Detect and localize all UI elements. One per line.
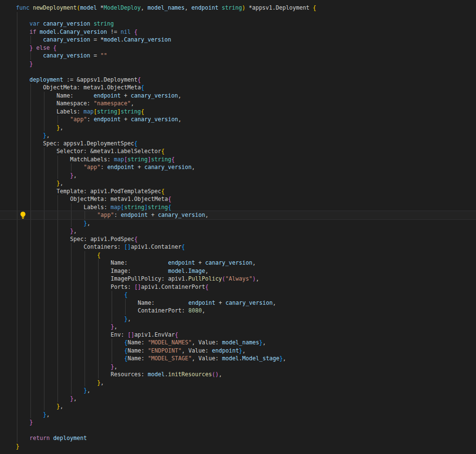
code-line[interactable]: if model.Canary_version != nil { xyxy=(0,28,476,36)
indent-guide xyxy=(44,323,44,331)
code-line[interactable]: }, xyxy=(0,219,476,227)
indent-guide xyxy=(44,124,44,132)
indent-guide xyxy=(17,347,17,355)
code-line[interactable]: var canary_version string xyxy=(0,20,476,28)
code-line[interactable]: Name: endpoint + canary_version, xyxy=(0,259,476,267)
code-line[interactable]: Template: apiv1.PodTemplateSpec{ xyxy=(0,187,476,196)
code-line[interactable]: } xyxy=(0,442,476,451)
code-token: , xyxy=(202,307,205,314)
indent-guide xyxy=(30,187,31,196)
code-line[interactable]: { xyxy=(0,251,476,259)
code-line[interactable]: }, xyxy=(0,379,476,387)
code-line[interactable]: Name: endpoint + canary_version, xyxy=(0,299,476,307)
indent-guide xyxy=(58,267,58,275)
code-token: model_names xyxy=(147,4,185,11)
code-line[interactable] xyxy=(0,426,476,435)
code-line[interactable]: }, xyxy=(0,363,476,371)
code-line[interactable]: } xyxy=(0,418,476,426)
code-line[interactable]: ObjectMeta: metav1.ObjectMeta{ xyxy=(0,195,476,203)
code-line[interactable]: Labels: map[string]string{ xyxy=(0,108,476,116)
code-line[interactable]: }, xyxy=(0,411,476,419)
indent-guide xyxy=(58,355,58,363)
code-line[interactable]: "app": endpoint + canary_version, xyxy=(0,115,476,124)
code-line[interactable]: { xyxy=(0,291,476,299)
code-line[interactable]: canary_version = *model.Canary_version xyxy=(0,36,476,44)
indent-guide xyxy=(71,203,72,212)
indent-guide xyxy=(17,402,17,411)
code-token: deployment xyxy=(53,435,87,441)
code-line[interactable]: }, xyxy=(0,171,476,180)
code-line[interactable]: Resources: model.initResources(), xyxy=(0,370,476,379)
code-line[interactable]: ImagePullPolicy: apiv1.PullPolicy("Alway… xyxy=(0,275,476,283)
code-line[interactable]: Labels: map[string]string{ xyxy=(0,203,476,212)
code-line[interactable]: Ports: []apiv1.ContainerPort{ xyxy=(0,283,476,291)
code-token: map xyxy=(114,156,124,163)
code-line[interactable]: Spec: apiv1.PodSpec{ xyxy=(0,235,476,243)
code-line[interactable]: }, xyxy=(0,131,476,140)
code-line[interactable]: }, xyxy=(0,395,476,403)
code-line[interactable]: } else { xyxy=(0,44,476,52)
code-line[interactable]: }, xyxy=(0,227,476,235)
indent-guide xyxy=(17,363,17,371)
code-line[interactable]: canary_version = "" xyxy=(0,52,476,60)
code-line[interactable]: MatchLabels: map[string]string{ xyxy=(0,156,476,164)
indent-guide xyxy=(58,115,58,124)
code-token: , xyxy=(46,411,50,418)
code-line[interactable]: {Name: "MODEL_NAMES", Value: model_names… xyxy=(0,339,476,347)
code-line[interactable]: Selector: &metav1.LabelSelector{ xyxy=(0,147,476,156)
indent-guide xyxy=(85,315,85,323)
indent-guide xyxy=(30,307,31,315)
indent-guide xyxy=(17,171,17,180)
indent-guide xyxy=(44,115,44,124)
code-token: "Always" xyxy=(225,275,252,282)
code-token: Ports: xyxy=(111,284,134,290)
indent-guide xyxy=(71,163,72,171)
code-line[interactable]: Image: model.Image, xyxy=(0,267,476,275)
code-token xyxy=(50,44,53,51)
code-line[interactable]: }, xyxy=(0,323,476,331)
indent-guide xyxy=(125,307,126,315)
code-line[interactable]: }, xyxy=(0,179,476,187)
indent-guide xyxy=(17,179,17,187)
code-line[interactable] xyxy=(0,68,476,76)
code-token: string xyxy=(148,204,168,211)
code-line[interactable]: }, xyxy=(0,386,476,395)
indent-guide xyxy=(71,243,72,251)
code-line[interactable]: ContainerPort: 8080, xyxy=(0,307,476,315)
code-token: } xyxy=(97,379,101,386)
code-line[interactable]: }, xyxy=(0,124,476,132)
code-line[interactable]: "app": endpoint + canary_version, xyxy=(0,163,476,171)
code-token: "app" xyxy=(70,116,87,123)
code-line[interactable]: } xyxy=(0,60,476,68)
indent-guide xyxy=(112,339,112,347)
indent-guide xyxy=(30,259,31,267)
code-token: { xyxy=(171,156,174,163)
code-line[interactable]: func newDeployment(model *ModelDeploy, m… xyxy=(0,4,476,12)
code-line[interactable]: }, xyxy=(0,402,476,411)
code-line[interactable]: Env: []apiv1.EnvVar{ xyxy=(0,331,476,339)
code-line-current[interactable]: "app": endpoint + canary_version, xyxy=(0,211,476,219)
code-line[interactable]: }, xyxy=(0,315,476,323)
indent-guide xyxy=(44,99,44,108)
lightbulb-icon[interactable] xyxy=(19,211,27,219)
code-line[interactable]: ObjectMeta: metav1.ObjectMeta{ xyxy=(0,84,476,92)
code-token: , xyxy=(73,172,77,179)
code-line[interactable]: Namespace: "namespace", xyxy=(0,99,476,108)
code-line[interactable]: Spec: appsv1.DeploymentSpec{ xyxy=(0,140,476,148)
code-line[interactable]: deployment := &appsv1.Deployment{ xyxy=(0,76,476,84)
code-line[interactable]: {Name: "MODEL_STAGE", Value: model.Model… xyxy=(0,355,476,363)
indent-guide xyxy=(44,267,44,275)
code-line[interactable]: Containers: []apiv1.Container{ xyxy=(0,243,476,251)
indent-guide xyxy=(17,267,17,275)
code-line[interactable]: return deployment xyxy=(0,434,476,442)
indent-guide xyxy=(17,60,17,68)
indent-guide xyxy=(98,370,99,379)
code-editor[interactable]: func newDeployment(model *ModelDeploy, m… xyxy=(0,0,476,454)
code-token: ImagePullPolicy: apiv1. xyxy=(111,275,188,282)
indent-guide xyxy=(85,251,85,259)
code-line[interactable]: {Name: "ENDPOINT", Value: endpoint}, xyxy=(0,347,476,355)
code-line[interactable] xyxy=(0,12,476,20)
indent-guide xyxy=(71,370,72,379)
code-line[interactable]: Name: endpoint + canary_version, xyxy=(0,92,476,100)
indent-guide xyxy=(30,115,31,124)
